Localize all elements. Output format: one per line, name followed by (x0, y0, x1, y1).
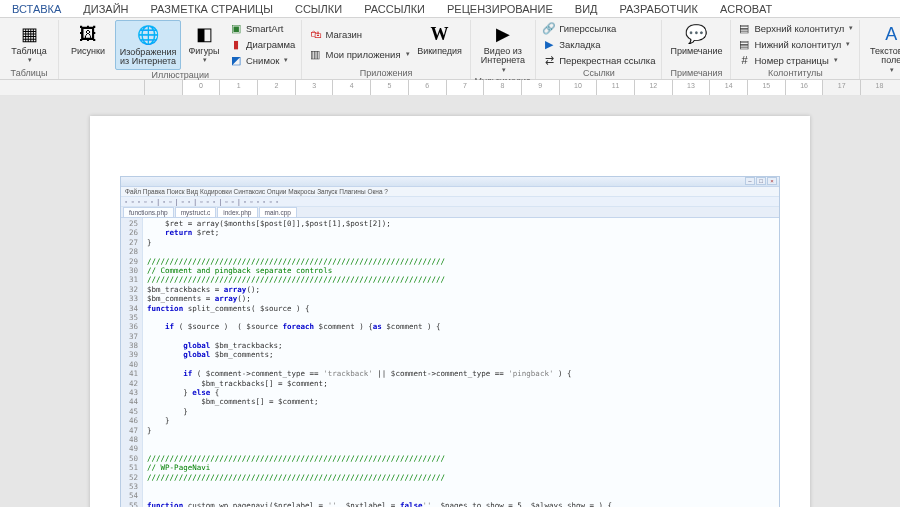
group-tables: ▦ Таблица ▾ Таблицы (0, 20, 59, 79)
table-label: Таблица (11, 47, 46, 56)
hyperlink-button[interactable]: 🔗Гиперссылка (540, 20, 657, 36)
header-button[interactable]: ▤Верхний колонтитул▾ (735, 20, 855, 36)
screenshot-icon: ◩ (229, 53, 243, 67)
pictures-button[interactable]: 🖼 Рисунки (63, 20, 113, 58)
label: Изображения из Интернета (118, 48, 178, 67)
label: Примечание (670, 47, 722, 56)
code-area: 2526272829303132333435363738394041424344… (121, 218, 779, 507)
group-label: Колонтитулы (768, 68, 823, 79)
ribbon-tabs: ВСТАВКАДИЗАЙНРАЗМЕТКА СТРАНИЦЫССЫЛКИРАСС… (0, 0, 900, 18)
chart-icon: ▮ (229, 37, 243, 51)
wikipedia-button[interactable]: W Википедия (414, 20, 466, 58)
group-apps: 🛍Магазин ▥Мои приложения▾ W Википедия Пр… (302, 20, 470, 79)
table-icon: ▦ (17, 22, 41, 46)
label: Фигуры (188, 47, 219, 56)
label: Текстовое поле (866, 47, 900, 66)
tab-вид[interactable]: ВИД (571, 1, 602, 17)
tab-дизайн[interactable]: ДИЗАЙН (79, 1, 132, 17)
group-media: ▶ Видео из Интернета ▾ Мультимедиа (471, 20, 537, 79)
close-icon: × (767, 177, 777, 185)
label: Номер страницы (754, 55, 828, 66)
footer-icon: ▤ (737, 37, 751, 51)
label: Видео из Интернета (477, 47, 529, 66)
pagenum-button[interactable]: #Номер страницы▾ (735, 52, 855, 68)
ruler[interactable]: 0123456789101112131415161718 (0, 80, 900, 96)
header-icon: ▤ (737, 21, 751, 35)
label: Нижний колонтитул (754, 39, 841, 50)
table-button[interactable]: ▦ Таблица ▾ (4, 20, 54, 66)
label: Перекрестная ссылка (559, 55, 655, 66)
bookmark-button[interactable]: ▶Закладка (540, 36, 657, 52)
chart-button[interactable]: ▮Диаграмма (227, 36, 297, 52)
source: $ret = array($months[$post[0]],$post[1],… (143, 218, 779, 507)
editor-tab: mystruct.c (175, 207, 217, 217)
tab-рецензирование[interactable]: РЕЦЕНЗИРОВАНИЕ (443, 1, 557, 17)
video-icon: ▶ (491, 22, 515, 46)
crossref-icon: ⇄ (542, 53, 556, 67)
pagenum-icon: # (737, 53, 751, 67)
tab-разработчик[interactable]: РАЗРАБОТЧИК (616, 1, 702, 17)
label: SmartArt (246, 23, 283, 34)
editor-toolbar: ▫ ▫ ▫ ▫ ▫ | ▫ ▫ | ▫ ▫ | ▫ ▫ ▫ | ▫ ▫ | ▫ … (121, 197, 779, 207)
page: – □ × Файл Правка Поиск Вид Кодировки Си… (90, 116, 810, 507)
bookmark-icon: ▶ (542, 37, 556, 51)
tab-acrobat[interactable]: ACROBAT (716, 1, 776, 17)
group-label: Таблицы (11, 68, 48, 79)
tab-разметка страницы[interactable]: РАЗМЕТКА СТРАНИЦЫ (147, 1, 277, 17)
smartart-button[interactable]: ▣SmartArt (227, 20, 297, 36)
ribbon: ▦ Таблица ▾ Таблицы 🖼 Рисунки 🌐 Изображе… (0, 18, 900, 80)
store-button[interactable]: 🛍Магазин (306, 26, 411, 42)
group-links: 🔗Гиперссылка ▶Закладка ⇄Перекрестная ссы… (536, 20, 662, 79)
comment-icon: 💬 (684, 22, 708, 46)
document-area: – □ × Файл Правка Поиск Вид Кодировки Си… (0, 96, 900, 507)
comment-button[interactable]: 💬 Примечание (666, 20, 726, 58)
globe-icon: 🌐 (136, 23, 160, 47)
group-text: A Текстовое поле ▾ ▦▾ A▾ A▾ ✎▾ 📅 ▢▾ Текс… (860, 20, 900, 79)
editor-titlebar: – □ × (121, 177, 779, 187)
footer-button[interactable]: ▤Нижний колонтитул▾ (735, 36, 855, 52)
group-headfoot: ▤Верхний колонтитул▾ ▤Нижний колонтитул▾… (731, 20, 860, 79)
tab-вставка[interactable]: ВСТАВКА (8, 1, 65, 17)
picture-icon: 🖼 (76, 22, 100, 46)
label: Мои приложения (325, 49, 400, 60)
editor-tab: index.php (217, 207, 257, 217)
min-icon: – (745, 177, 755, 185)
myapps-button[interactable]: ▥Мои приложения▾ (306, 46, 411, 62)
group-notes: 💬 Примечание Примечания (662, 20, 731, 79)
editor-menu: Файл Правка Поиск Вид Кодировки Синтакси… (121, 187, 779, 197)
tab-рассылки[interactable]: РАССЫЛКИ (360, 1, 429, 17)
label: Магазин (325, 29, 362, 40)
label: Википедия (417, 47, 462, 56)
label: Гиперссылка (559, 23, 616, 34)
group-label: Приложения (360, 68, 413, 79)
online-pictures-button[interactable]: 🌐 Изображения из Интернета (115, 20, 181, 70)
group-label: Примечания (671, 68, 723, 79)
link-icon: 🔗 (542, 21, 556, 35)
shapes-icon: ◧ (192, 22, 216, 46)
wikipedia-icon: W (428, 22, 452, 46)
tab-ссылки[interactable]: ССЫЛКИ (291, 1, 346, 17)
screenshot-button[interactable]: ◩Снимок▾ (227, 52, 297, 68)
max-icon: □ (756, 177, 766, 185)
video-button[interactable]: ▶ Видео из Интернета ▾ (475, 20, 531, 76)
code-editor-screenshot: – □ × Файл Правка Поиск Вид Кодировки Си… (120, 176, 780, 507)
smartart-icon: ▣ (229, 21, 243, 35)
label: Диаграмма (246, 39, 295, 50)
store-icon: 🛍 (308, 27, 322, 41)
editor-tabs: functions.phpmystruct.cindex.phpmain.cpp (121, 207, 779, 218)
gutter: 2526272829303132333435363738394041424344… (121, 218, 143, 507)
editor-tab: functions.php (123, 207, 174, 217)
label: Снимок (246, 55, 279, 66)
label: Рисунки (71, 47, 105, 56)
textbox-icon: A (879, 22, 900, 46)
editor-tab: main.cpp (259, 207, 297, 217)
group-illustrations: 🖼 Рисунки 🌐 Изображения из Интернета ◧ Ф… (59, 20, 302, 79)
textbox-button[interactable]: A Текстовое поле ▾ (864, 20, 900, 76)
shapes-button[interactable]: ◧ Фигуры ▾ (183, 20, 225, 66)
group-label: Ссылки (583, 68, 615, 79)
apps-icon: ▥ (308, 47, 322, 61)
label: Верхний колонтитул (754, 23, 844, 34)
label: Закладка (559, 39, 600, 50)
crossref-button[interactable]: ⇄Перекрестная ссылка (540, 52, 657, 68)
